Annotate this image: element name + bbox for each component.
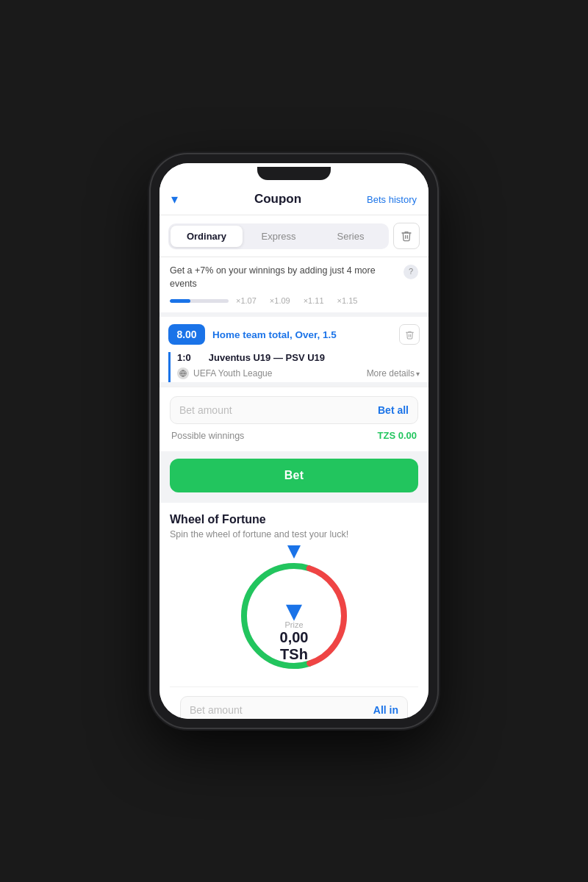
bet-amount-placeholder: Bet amount bbox=[179, 404, 232, 416]
tab-express[interactable]: Express bbox=[243, 226, 315, 247]
wheel-inner-arrow-icon bbox=[286, 602, 302, 625]
svg-marker-1 bbox=[287, 545, 301, 559]
bet-type: Home team total, Over, 1.5 bbox=[212, 329, 392, 340]
match-score: 1:0 bbox=[177, 352, 191, 363]
promo-help-button[interactable]: ? bbox=[404, 265, 418, 279]
chevron-down-icon: ▾ bbox=[416, 370, 420, 378]
back-button[interactable]: ▾ bbox=[171, 191, 189, 207]
delete-bet-button[interactable] bbox=[399, 324, 420, 345]
match-teams: Juventus U19 — PSV U19 bbox=[209, 352, 325, 363]
bet-all-button[interactable]: Bet all bbox=[378, 404, 409, 416]
page-title: Coupon bbox=[189, 192, 367, 207]
match-row: 1:0 Juventus U19 — PSV U19 bbox=[177, 352, 420, 363]
progress-row: ×1.07 ×1.09 ×1.11 ×1.15 bbox=[170, 296, 418, 308]
bet-header: 8.00 Home team total, Over, 1.5 bbox=[159, 317, 429, 352]
wheel-pointer-icon bbox=[287, 544, 301, 563]
match-info: 1:0 Juventus U19 — PSV U19 UEFA Youth Le… bbox=[168, 352, 420, 382]
tab-series[interactable]: Series bbox=[315, 226, 387, 247]
clear-coupon-button[interactable] bbox=[393, 223, 420, 249]
possible-value: TZS 0.00 bbox=[378, 430, 417, 441]
wheel-subtitle: Spin the wheel of fortune and test your … bbox=[170, 529, 418, 539]
promo-text: Get a +7% on your winnings by adding jus… bbox=[170, 265, 418, 290]
more-details-button[interactable]: More details ▾ bbox=[367, 368, 420, 379]
wheel-circle[interactable]: Prize 0,00 TSh bbox=[235, 557, 353, 675]
promo-bar: Get a +7% on your winnings by adding jus… bbox=[159, 257, 429, 312]
bets-history-link[interactable]: Bets history bbox=[367, 194, 417, 205]
progress-labels: ×1.07 ×1.09 ×1.11 ×1.15 bbox=[236, 296, 357, 305]
wheel-section: Wheel of Fortune Spin the wheel of fortu… bbox=[159, 503, 429, 719]
all-in-button[interactable]: All in bbox=[373, 704, 398, 716]
phone-screen: ▾ Coupon Bets history Ordinary Express S… bbox=[159, 163, 429, 719]
wheel-bet-amount-row[interactable]: Bet amount All in bbox=[180, 696, 408, 719]
multiplier-1: ×1.07 bbox=[236, 296, 257, 305]
league-row: UEFA Youth League More details ▾ bbox=[177, 365, 420, 382]
league-name: UEFA Youth League bbox=[193, 368, 272, 379]
wheel-title: Wheel of Fortune bbox=[170, 513, 418, 526]
wheel-prize-display: Prize 0,00 TSh bbox=[265, 620, 323, 663]
phone-frame: ▾ Coupon Bets history Ordinary Express S… bbox=[151, 154, 437, 728]
svg-marker-5 bbox=[286, 605, 302, 621]
league-icon bbox=[177, 368, 189, 379]
progress-track bbox=[170, 299, 229, 303]
bottom-bet-section: Bet amount All in Sum of a single bet fr… bbox=[170, 686, 418, 719]
league-left: UEFA Youth League bbox=[177, 368, 272, 379]
bet-card: 8.00 Home team total, Over, 1.5 1:0 bbox=[159, 317, 429, 382]
multiplier-3: ×1.11 bbox=[304, 296, 324, 305]
app-header: ▾ Coupon Bets history bbox=[159, 184, 429, 215]
wheel-container[interactable]: Prize 0,00 TSh bbox=[170, 550, 418, 686]
bet-amount-input-row[interactable]: Bet amount Bet all bbox=[170, 396, 418, 424]
status-bar bbox=[159, 163, 429, 184]
tabs-group: Ordinary Express Series bbox=[168, 223, 389, 249]
content-area: ▾ Coupon Bets history Ordinary Express S… bbox=[159, 184, 429, 719]
tab-ordinary[interactable]: Ordinary bbox=[171, 226, 243, 247]
multiplier-2: ×1.09 bbox=[270, 296, 290, 305]
tabs-container: Ordinary Express Series bbox=[159, 215, 429, 257]
multiplier-4: ×1.15 bbox=[337, 296, 358, 305]
bet-amount-section: Bet amount Bet all Possible winnings TZS… bbox=[159, 387, 429, 451]
notch bbox=[257, 167, 331, 180]
possible-winnings-row: Possible winnings TZS 0.00 bbox=[170, 424, 418, 447]
bet-odds: 8.00 bbox=[168, 324, 205, 345]
prize-value: 0,00 TSh bbox=[280, 629, 309, 662]
possible-label: Possible winnings bbox=[171, 431, 244, 441]
wheel-bet-placeholder: Bet amount bbox=[190, 704, 243, 716]
bet-button[interactable]: Bet bbox=[170, 459, 418, 492]
progress-fill bbox=[170, 299, 190, 303]
